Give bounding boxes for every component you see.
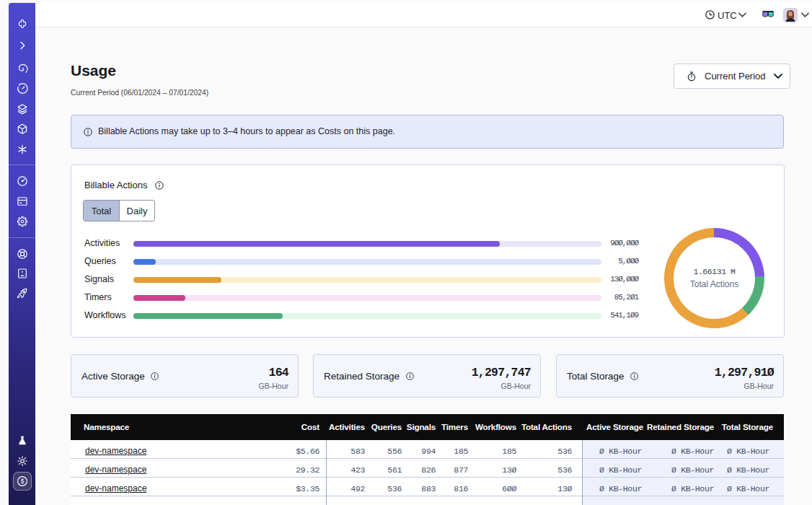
svg-text:$: $ [20,478,24,485]
